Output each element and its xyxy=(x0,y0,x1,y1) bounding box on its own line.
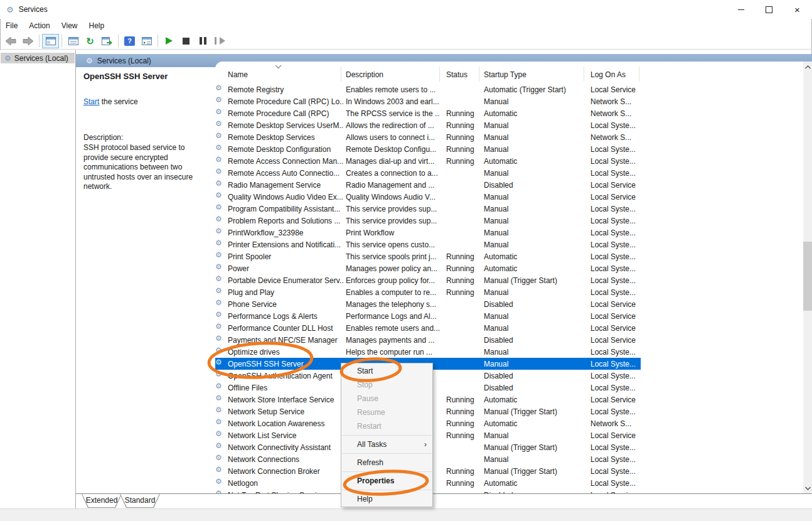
maximize-button[interactable] xyxy=(755,1,783,18)
services-list-panel: ⚙Remote RegistryEnables remote users to … xyxy=(215,62,803,493)
submenu-arrow-icon: › xyxy=(424,438,427,451)
column-divider[interactable] xyxy=(439,67,440,82)
cell-name: PrintWorkflow_32398e xyxy=(228,228,343,237)
export-list-button[interactable] xyxy=(99,34,115,48)
column-header-startup-type[interactable]: Startup Type xyxy=(484,70,526,79)
properties-toolbar-button[interactable] xyxy=(65,34,82,48)
properties-menu-item[interactable]: Properties xyxy=(341,474,432,488)
view-button[interactable] xyxy=(138,34,155,48)
minimize-icon xyxy=(738,9,744,10)
all-tasks-menu-item[interactable]: All Tasks› xyxy=(341,438,432,451)
cell-startup-type: Automatic xyxy=(484,395,586,404)
table-row[interactable]: ⚙Remote Desktop ServicesAllows users to … xyxy=(215,131,641,143)
cell-startup-type: Manual xyxy=(484,169,586,178)
column-divider[interactable] xyxy=(479,67,479,82)
refresh-menu-item[interactable]: Refresh xyxy=(341,456,432,470)
tree-item-services-local[interactable]: ⚙ Services (Local) xyxy=(1,53,75,63)
tab-extended[interactable]: Extended xyxy=(82,494,122,508)
table-row[interactable]: ⚙Remote Desktop ConfigurationRemote Desk… xyxy=(215,143,641,155)
menu-view[interactable]: View xyxy=(56,19,83,32)
cell-startup-type: Manual xyxy=(484,288,586,297)
table-row[interactable]: ⚙Radio Management ServiceRadio Managemen… xyxy=(215,179,641,191)
service-gear-icon: ⚙ xyxy=(215,334,222,343)
vertical-scrollbar[interactable] xyxy=(803,62,812,493)
table-row[interactable]: ⚙PowerManages power policy an...RunningA… xyxy=(215,262,641,274)
table-row[interactable]: ⚙Optimize drivesHelps the computer run .… xyxy=(215,346,641,358)
menu-file[interactable]: File xyxy=(0,19,23,32)
column-header-status[interactable]: Status xyxy=(446,70,467,79)
menu-action[interactable]: Action xyxy=(23,19,55,32)
pause-service-button[interactable] xyxy=(195,34,211,48)
resume-menu-item[interactable]: Resume xyxy=(341,406,432,419)
selected-service-title: OpenSSH SSH Server xyxy=(83,72,209,81)
table-row[interactable]: ⚙Phone ServiceManages the telephony s...… xyxy=(215,298,641,310)
table-row[interactable]: ⚙Remote Procedure Call (RPC) Lo...In Win… xyxy=(215,95,641,107)
cell-description: This service opens custo... xyxy=(346,240,440,249)
cell-description: The RPCSS service is the ... xyxy=(346,109,440,118)
restart-service-button[interactable] xyxy=(211,34,228,48)
scroll-up-button[interactable] xyxy=(803,62,812,72)
cell-log-on-as: Local Syste... xyxy=(590,360,639,368)
cell-status: Running xyxy=(446,419,481,428)
table-row[interactable]: ⚙Print SpoolerThis service spools print … xyxy=(215,250,641,262)
cell-name: Network List Service xyxy=(228,431,343,440)
minimize-button[interactable] xyxy=(727,1,755,18)
table-row[interactable]: ⚙PrintWorkflow_32398ePrint WorkflowManua… xyxy=(215,227,641,239)
cell-startup-type: Manual xyxy=(484,205,586,213)
cell-log-on-as: Local Syste... xyxy=(590,252,639,261)
scrollbar-thumb[interactable] xyxy=(803,242,812,311)
back-button[interactable] xyxy=(3,34,19,48)
help-button[interactable]: ? xyxy=(121,34,138,48)
table-row[interactable]: ⚙Problem Reports and Solutions ...This s… xyxy=(215,215,641,227)
column-header-log-on-as[interactable]: Log On As xyxy=(590,70,626,79)
table-row[interactable]: ⚙Program Compatibility Assistant...This … xyxy=(215,203,641,215)
close-button[interactable]: × xyxy=(783,1,811,18)
tab-standard[interactable]: Standard xyxy=(120,494,160,508)
service-gear-icon: ⚙ xyxy=(215,298,222,307)
forward-button[interactable] xyxy=(19,34,36,48)
table-row[interactable]: ⚙Remote Access Auto Connectio...Creates … xyxy=(215,167,641,179)
pause-menu-item[interactable]: Pause xyxy=(341,392,432,406)
table-row[interactable]: ⚙Printer Extensions and Notificati...Thi… xyxy=(215,239,641,250)
column-divider[interactable] xyxy=(639,67,639,82)
table-row[interactable]: ⚙Plug and PlayEnables a computer to re..… xyxy=(215,286,641,298)
stop-icon xyxy=(183,38,190,45)
cell-description: This service spools print j... xyxy=(346,252,440,261)
table-row[interactable]: ⚙Remote Access Connection Man...Manages … xyxy=(215,155,641,167)
menu-separator xyxy=(342,471,432,472)
column-divider[interactable] xyxy=(341,67,341,82)
properties-window-icon xyxy=(68,37,78,45)
table-row[interactable]: ⚙Payments and NFC/SE ManagerManages paym… xyxy=(215,334,641,346)
cell-startup-type: Manual xyxy=(484,360,586,368)
table-row[interactable]: ⚙Performance Counter DLL HostEnables rem… xyxy=(215,322,641,334)
table-row[interactable]: ⚙Performance Logs & AlertsPerformance Lo… xyxy=(215,310,641,322)
help-menu-item[interactable]: Help xyxy=(341,492,432,506)
table-row[interactable]: ⚙Remote RegistryEnables remote users to … xyxy=(215,83,641,95)
start-menu-item[interactable]: Start xyxy=(341,364,432,378)
scroll-down-button[interactable] xyxy=(803,483,812,493)
start-service-link[interactable]: Start xyxy=(83,97,99,106)
start-icon xyxy=(166,37,173,45)
app-gear-icon: ⚙ xyxy=(6,5,14,14)
table-row[interactable]: ⚙Remote Desktop Services UserM...Allows … xyxy=(215,119,641,131)
table-row[interactable]: ⚙Quality Windows Audio Video Ex...Qualit… xyxy=(215,191,641,203)
cell-status: Running xyxy=(446,407,481,416)
column-divider[interactable] xyxy=(584,67,584,82)
refresh-button[interactable]: ↻ xyxy=(82,34,99,48)
table-row[interactable]: ⚙Remote Procedure Call (RPC)The RPCSS se… xyxy=(215,107,641,119)
service-gear-icon: ⚙ xyxy=(215,203,222,212)
show-console-tree-button[interactable] xyxy=(42,34,59,48)
column-header-name[interactable]: Name xyxy=(228,70,248,79)
table-row[interactable]: ⚙Portable Device Enumerator Serv...Enfor… xyxy=(215,274,641,286)
restart-menu-item[interactable]: Restart xyxy=(341,419,432,433)
cell-startup-type: Automatic xyxy=(484,419,586,428)
cell-name: Program Compatibility Assistant... xyxy=(228,205,343,213)
start-service-button[interactable] xyxy=(161,34,178,48)
cell-startup-type: Disabled xyxy=(484,384,586,392)
cell-description: Manages the telephony s... xyxy=(346,300,440,309)
stop-menu-item[interactable]: Stop xyxy=(341,378,432,392)
menu-help[interactable]: Help xyxy=(83,19,110,32)
stop-service-button[interactable] xyxy=(178,34,195,48)
view-window-icon xyxy=(142,37,152,45)
column-header-description[interactable]: Description xyxy=(346,70,383,79)
